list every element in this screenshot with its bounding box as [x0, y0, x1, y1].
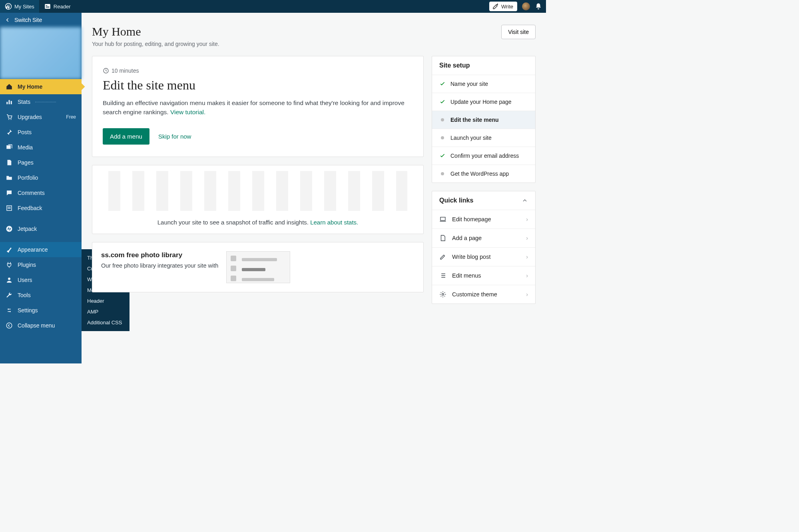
ql-edit-homepage[interactable]: Edit homepage ›: [432, 210, 535, 229]
svg-rect-6: [9, 100, 10, 105]
stats-text: Launch your site to see a snapshot of tr…: [92, 216, 423, 234]
notifications-icon[interactable]: [535, 3, 542, 10]
task-card: 10 minutes Edit the site menu Building a…: [92, 56, 424, 157]
ql-label: Edit homepage: [452, 216, 491, 222]
bullet-icon: [441, 118, 444, 121]
setup-item-label: Name your site: [450, 81, 488, 87]
sidebar-item-pages[interactable]: Pages: [0, 155, 82, 170]
setup-item-edit-menu[interactable]: Edit the site menu: [432, 111, 535, 129]
form-icon: [6, 204, 13, 212]
setup-item-name-site[interactable]: Name your site: [432, 75, 535, 93]
sidebar-item-label: Appearance: [18, 246, 48, 253]
media-icon: [6, 144, 13, 151]
sidebar-item-label: Media: [18, 144, 33, 151]
sidebar-item-label: Posts: [18, 129, 32, 135]
bullet-icon: [441, 136, 444, 139]
sidebar-item-upgrades[interactable]: Upgrades Free: [0, 109, 82, 125]
svg-point-8: [8, 119, 9, 120]
settings-icon: [6, 307, 13, 314]
setup-item-get-app[interactable]: Get the WordPress app: [432, 165, 535, 183]
task-time: 10 minutes: [103, 67, 413, 74]
task-title: Edit the site menu: [103, 78, 413, 93]
ql-edit-menus[interactable]: Edit menus ›: [432, 266, 535, 285]
skip-for-now-link[interactable]: Skip for now: [158, 133, 191, 140]
setup-item-launch[interactable]: Launch your site: [432, 129, 535, 147]
learn-about-stats-link[interactable]: Learn about stats.: [310, 219, 358, 226]
jetpack-icon: [6, 225, 13, 232]
ql-add-page[interactable]: Add a page ›: [432, 229, 535, 248]
list-icon: [439, 272, 446, 279]
sidebar-item-label: Pages: [18, 159, 34, 166]
switch-site-button[interactable]: Switch Site: [0, 13, 82, 27]
view-tutorial-link[interactable]: View tutorial.: [170, 109, 205, 115]
sidebar-item-portfolio[interactable]: Portfolio: [0, 170, 82, 185]
svg-point-20: [442, 294, 444, 296]
masterbar-reader-label: Reader: [54, 4, 71, 10]
chevron-right-icon: ›: [526, 272, 528, 279]
bullet-icon: [441, 172, 444, 175]
write-label: Write: [501, 4, 513, 10]
wordpress-icon: [5, 3, 12, 10]
write-button[interactable]: Write: [489, 2, 517, 11]
ql-label: Add a page: [452, 235, 482, 241]
quick-links-heading[interactable]: Quick links: [432, 191, 535, 210]
sidebar-item-comments[interactable]: Comments: [0, 185, 82, 200]
chevron-right-icon: ›: [526, 254, 528, 260]
setup-item-label: Update your Home page: [450, 99, 512, 105]
setup-item-label: Confirm your email address: [450, 153, 519, 159]
visit-site-button[interactable]: Visit site: [501, 25, 536, 39]
masterbar-my-sites[interactable]: My Sites: [0, 0, 39, 13]
sidebar-item-plugins[interactable]: Plugins: [0, 257, 82, 272]
switch-site-label: Switch Site: [14, 17, 42, 23]
add-menu-button[interactable]: Add a menu: [103, 128, 149, 145]
svg-point-9: [10, 119, 11, 120]
site-card[interactable]: [0, 27, 82, 79]
sidebar: Switch Site My Home Stats Upgrades Free …: [0, 13, 82, 363]
sidebar-item-tools[interactable]: Tools: [0, 288, 82, 303]
sidebar-item-media[interactable]: Media: [0, 140, 82, 155]
sidebar-item-label: Plugins: [18, 262, 36, 268]
sidebar-item-label: My Home: [18, 83, 42, 90]
user-icon: [6, 276, 13, 284]
comment-icon: [6, 189, 13, 197]
sidebar-item-posts[interactable]: Posts: [0, 125, 82, 140]
check-icon: [439, 153, 446, 159]
ql-customize-theme[interactable]: Customize theme ›: [432, 285, 535, 304]
wrench-icon: [6, 292, 13, 299]
masterbar: My Sites Reader Write: [0, 0, 546, 13]
svg-point-15: [10, 311, 11, 312]
chevron-left-icon: [5, 17, 10, 23]
sidebar-item-home[interactable]: My Home: [0, 79, 82, 94]
quick-links-card: Quick links Edit homepage › Add a page ›…: [432, 191, 536, 304]
sidebar-item-settings[interactable]: Settings: [0, 303, 82, 318]
sidebar-item-stats[interactable]: Stats: [0, 94, 82, 109]
brush-icon: [6, 246, 13, 253]
setup-item-update-home[interactable]: Update your Home page: [432, 93, 535, 111]
masterbar-my-sites-label: My Sites: [14, 4, 34, 10]
sidebar-item-label: Users: [18, 277, 32, 283]
ql-label: Edit menus: [452, 272, 481, 279]
masterbar-reader[interactable]: Reader: [39, 0, 76, 13]
avatar[interactable]: [522, 2, 530, 10]
ql-label: Customize theme: [452, 291, 497, 298]
ql-write-post[interactable]: Write blog post ›: [432, 248, 535, 266]
page-icon: [439, 234, 446, 242]
setup-item-confirm-email[interactable]: Confirm your email address: [432, 147, 535, 165]
sidebar-item-users[interactable]: Users: [0, 272, 82, 288]
page-subtitle: Your hub for posting, editing, and growi…: [92, 41, 219, 47]
chevron-up-icon: [522, 197, 528, 204]
setup-item-label: Get the WordPress app: [450, 171, 509, 177]
check-icon: [439, 81, 446, 87]
chevron-right-icon: ›: [526, 216, 528, 222]
check-icon: [439, 99, 446, 105]
sidebar-item-appearance[interactable]: Appearance: [0, 242, 82, 257]
sidebar-item-label: Feedback: [18, 205, 42, 211]
sidebar-collapse[interactable]: Collapse menu: [0, 318, 82, 333]
folder-icon: [6, 174, 13, 181]
ql-label: Write blog post: [452, 254, 490, 260]
sidebar-item-label: Portfolio: [18, 175, 38, 181]
sidebar-item-feedback[interactable]: Feedback: [0, 200, 82, 216]
sidebar-item-jetpack[interactable]: Jetpack: [0, 221, 82, 236]
page-icon: [6, 159, 13, 166]
chevron-right-icon: ›: [526, 291, 528, 298]
